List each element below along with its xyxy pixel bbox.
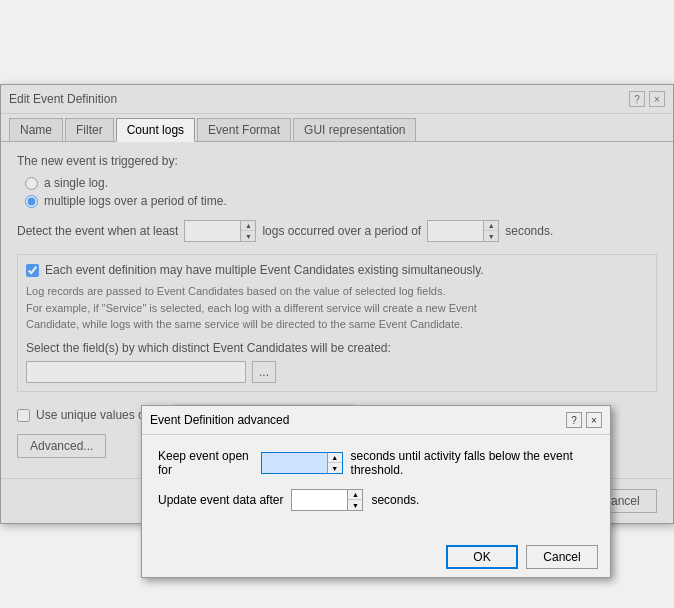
keep-open-input[interactable]: 86400: [262, 453, 327, 473]
modal-overlay: Event Definition advanced ? × Keep event…: [1, 85, 673, 523]
keep-open-row: Keep event open for 86400 ▲ ▼ seconds un…: [158, 449, 594, 477]
modal-ok-button[interactable]: OK: [446, 545, 518, 569]
keep-open-label: Keep event open for: [158, 449, 253, 477]
modal-content: Keep event open for 86400 ▲ ▼ seconds un…: [142, 435, 610, 537]
update-spinbox-buttons: ▲ ▼: [347, 490, 362, 510]
tab-count-logs[interactable]: Count logs: [116, 118, 195, 142]
modal-title-bar: Event Definition advanced ? ×: [142, 406, 610, 435]
update-data-row: Update event data after 3600 ▲ ▼ seconds…: [158, 489, 594, 511]
seconds-threshold-label: seconds until activity falls below the e…: [351, 449, 594, 477]
main-window: Edit Event Definition ? × Name Filter Co…: [0, 84, 674, 524]
modal-cancel-button[interactable]: Cancel: [526, 545, 598, 569]
modal-bottom-buttons: OK Cancel: [142, 537, 610, 577]
modal-title: Event Definition advanced: [150, 413, 289, 427]
update-label: Update event data after: [158, 493, 283, 507]
modal-title-controls: ? ×: [566, 412, 602, 428]
keep-open-spin-down[interactable]: ▼: [328, 463, 342, 473]
update-seconds-label: seconds.: [371, 493, 419, 507]
keep-open-spinbox: 86400 ▲ ▼: [261, 452, 343, 474]
modal-help-button[interactable]: ?: [566, 412, 582, 428]
keep-open-spinbox-buttons: ▲ ▼: [327, 453, 342, 473]
modal-dialog: Event Definition advanced ? × Keep event…: [141, 405, 611, 578]
update-spin-up[interactable]: ▲: [348, 490, 362, 500]
keep-open-spin-up[interactable]: ▲: [328, 453, 342, 463]
update-spinbox: 3600 ▲ ▼: [291, 489, 363, 511]
update-spin-down[interactable]: ▼: [348, 500, 362, 510]
update-value-input[interactable]: 3600: [292, 490, 347, 510]
modal-close-button[interactable]: ×: [586, 412, 602, 428]
